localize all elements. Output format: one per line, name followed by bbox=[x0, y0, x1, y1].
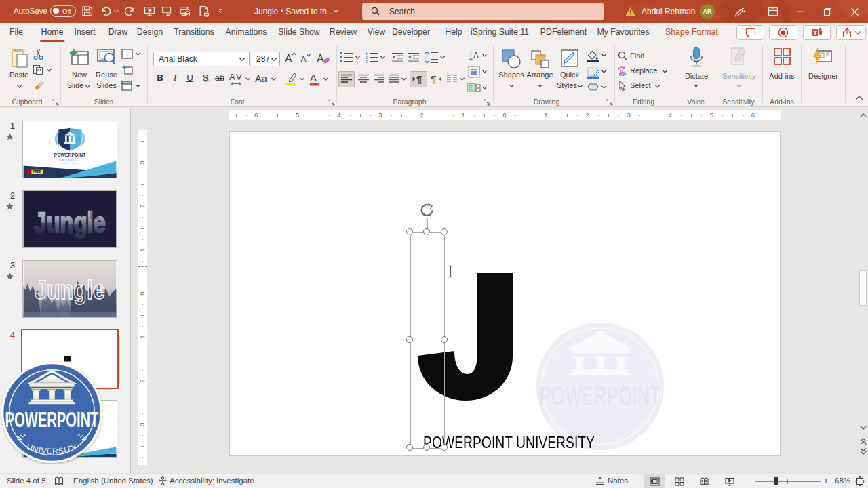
text-shadow-button[interactable]: S bbox=[201, 73, 210, 83]
slide-thumbnail-1[interactable]: POWERPOINT UNIVERSITY ! FREE bbox=[22, 121, 117, 178]
user-avatar[interactable]: AR bbox=[700, 4, 715, 19]
select-icon[interactable] bbox=[618, 81, 627, 92]
quick-styles-icon[interactable] bbox=[559, 49, 580, 69]
select-chevron[interactable] bbox=[655, 85, 660, 88]
clipboard-dialog-launcher[interactable] bbox=[52, 99, 59, 106]
slide-caption-text[interactable]: POWERPOINT UNIVERSITY bbox=[423, 433, 595, 452]
text-direction-chevron[interactable] bbox=[482, 54, 487, 57]
underline-button[interactable]: U bbox=[185, 73, 195, 83]
warning-icon[interactable] bbox=[625, 7, 635, 16]
share-button[interactable] bbox=[836, 25, 866, 40]
handle-bottom-right[interactable] bbox=[441, 444, 448, 451]
bullets-icon[interactable] bbox=[340, 52, 353, 63]
handle-bottom-center[interactable] bbox=[423, 444, 430, 451]
reset-slide-icon[interactable] bbox=[121, 64, 133, 75]
undo-icon[interactable] bbox=[100, 5, 112, 17]
comments-button[interactable] bbox=[736, 25, 764, 40]
dictate-label[interactable]: Dictate bbox=[680, 72, 713, 80]
slide-sorter-view-button[interactable] bbox=[669, 474, 690, 488]
convert-smartart-chevron[interactable] bbox=[482, 86, 487, 89]
print-preview-icon[interactable] bbox=[179, 5, 191, 17]
reading-view-button[interactable] bbox=[694, 474, 714, 488]
document-title[interactable]: Jungle • Saved to th... bbox=[254, 7, 334, 16]
shape-fill-icon[interactable] bbox=[587, 50, 599, 62]
text-direction-icon[interactable]: A bbox=[468, 49, 480, 62]
select-label[interactable]: Select bbox=[630, 81, 671, 89]
ltr-text-direction-icon[interactable]: ¶ bbox=[412, 73, 425, 85]
shapes-icon[interactable] bbox=[501, 49, 521, 69]
font-dialog-launcher[interactable] bbox=[328, 99, 335, 106]
replace-icon[interactable]: bc bbox=[616, 66, 628, 77]
handle-top-left[interactable] bbox=[406, 228, 413, 235]
increase-font-size-icon[interactable]: A bbox=[283, 52, 296, 64]
start-from-beginning-icon[interactable] bbox=[144, 5, 155, 17]
format-painter-icon[interactable] bbox=[33, 80, 44, 92]
reuse-slides-icon[interactable] bbox=[96, 47, 117, 68]
scroll-up-icon[interactable] bbox=[859, 111, 867, 119]
tab-file[interactable]: File bbox=[9, 23, 23, 41]
reuse-slides-label-2[interactable]: Slides bbox=[90, 81, 123, 89]
line-spacing-chevron[interactable] bbox=[440, 56, 445, 59]
selection-box[interactable] bbox=[410, 232, 445, 449]
reuse-slides-label-1[interactable]: Reuse bbox=[90, 70, 123, 79]
addins-icon[interactable] bbox=[773, 47, 791, 66]
accessibility-status[interactable]: Accessibility: Investigate bbox=[170, 476, 254, 485]
rtl-text-direction-icon[interactable]: ¶ bbox=[430, 73, 443, 85]
paste-label[interactable]: Paste bbox=[3, 70, 35, 79]
spellcheck-book-icon[interactable] bbox=[54, 476, 64, 486]
notes-icon[interactable] bbox=[595, 476, 605, 486]
save-icon[interactable] bbox=[81, 5, 93, 17]
layout-chevron[interactable] bbox=[136, 52, 140, 56]
tab-shape-format[interactable]: Shape Format bbox=[665, 23, 718, 41]
qat-more-icon[interactable] bbox=[218, 9, 223, 13]
shape-effects-chevron[interactable] bbox=[601, 85, 606, 89]
handle-mid-left[interactable] bbox=[406, 336, 413, 343]
section-icon[interactable] bbox=[121, 81, 132, 91]
addins-label[interactable]: Add-ins bbox=[766, 72, 798, 80]
slide-indicator[interactable]: Slide 4 of 5 bbox=[7, 476, 46, 485]
redo-icon[interactable] bbox=[123, 5, 135, 17]
tab-design[interactable]: Design bbox=[137, 23, 163, 41]
convert-smartart-icon[interactable] bbox=[467, 82, 481, 93]
highlight-color-chevron[interactable] bbox=[300, 77, 304, 81]
minimize-button[interactable] bbox=[787, 0, 814, 23]
columns-icon[interactable] bbox=[446, 74, 458, 84]
clear-formatting-icon[interactable]: A bbox=[316, 52, 330, 65]
accessibility-icon[interactable] bbox=[158, 476, 167, 486]
user-name[interactable]: Abdul Rehman bbox=[642, 7, 695, 16]
tab-slide-show[interactable]: Slide Show bbox=[278, 23, 320, 41]
align-center-icon[interactable] bbox=[358, 74, 369, 84]
arrange-label[interactable]: Arrange bbox=[524, 70, 556, 79]
next-slide-icon[interactable] bbox=[859, 447, 867, 455]
replace-chevron[interactable] bbox=[663, 70, 667, 73]
zoom-slider-thumb[interactable] bbox=[774, 477, 778, 485]
scroll-down-icon[interactable] bbox=[859, 424, 867, 432]
slide-layout-icon[interactable] bbox=[121, 49, 133, 59]
scrollbar-thumb[interactable] bbox=[859, 270, 867, 306]
font-name-combo[interactable]: Arial Black bbox=[153, 52, 250, 66]
vertical-ruler[interactable]: 3210123 bbox=[138, 130, 147, 465]
shapes-chevron[interactable] bbox=[509, 84, 514, 87]
horizontal-ruler[interactable]: 6543210123456 bbox=[229, 110, 781, 120]
increase-indent-icon[interactable] bbox=[408, 52, 419, 62]
slide-thumbnail-3[interactable]: Jungle bbox=[22, 260, 117, 318]
font-color-chevron[interactable] bbox=[323, 77, 328, 81]
quick-styles-label-1[interactable]: Quick bbox=[553, 70, 586, 79]
tab-insert[interactable]: Insert bbox=[75, 23, 96, 41]
zoom-slider-track[interactable] bbox=[755, 481, 821, 482]
align-right-icon[interactable] bbox=[374, 74, 384, 84]
paste-chevron[interactable] bbox=[17, 85, 22, 88]
restore-button[interactable] bbox=[814, 0, 841, 23]
bold-button[interactable]: B bbox=[155, 73, 165, 83]
dictate-icon[interactable] bbox=[689, 47, 704, 68]
undo-dropdown-chevron[interactable] bbox=[114, 9, 119, 13]
align-text-chevron[interactable] bbox=[482, 70, 487, 73]
zoom-level[interactable]: 68% bbox=[835, 476, 850, 485]
close-button[interactable] bbox=[841, 0, 868, 23]
paragraph-dialog-launcher[interactable] bbox=[484, 99, 490, 106]
collapse-ribbon-icon[interactable] bbox=[855, 95, 863, 100]
bullets-chevron[interactable] bbox=[355, 56, 360, 59]
character-spacing-chevron[interactable] bbox=[245, 77, 250, 81]
shape-fill-chevron[interactable] bbox=[601, 54, 606, 57]
tab-animations[interactable]: Animations bbox=[226, 23, 267, 41]
